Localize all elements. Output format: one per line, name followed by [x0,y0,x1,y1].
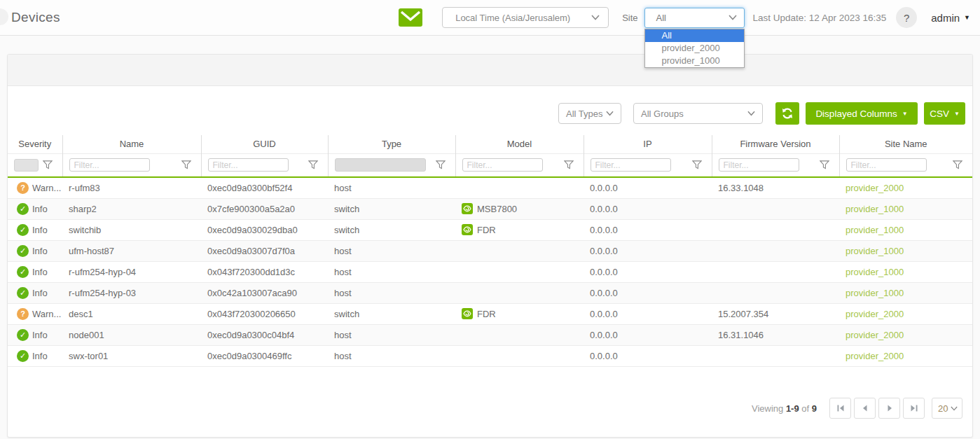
chevron-down-icon [729,15,737,20]
filter-funnel-icon[interactable] [436,160,446,169]
prev-page-icon [861,404,869,412]
model-content: MSB7800 [462,203,579,214]
pagination: Viewing 1-9 of 9 20 [752,398,962,419]
col-header-guid[interactable]: GUID [201,135,328,153]
filter-funnel-icon[interactable] [820,160,829,169]
first-page-button[interactable] [829,398,851,419]
table-row[interactable]: ✓ Info switchib 0xec0d9a030029dba0 switc… [8,219,972,240]
device-name: ufm-host87 [62,240,201,261]
device-type: host [328,345,455,366]
site-filter-input[interactable] [846,158,927,172]
device-name: r-ufm83 [62,177,201,198]
page-title: Devices [11,10,60,25]
device-table-body: ? Warn... r-ufm83 0xec0d9a0300bf52f4 hos… [8,177,972,366]
site-select[interactable]: All [644,8,745,28]
user-menu[interactable]: admin ▼ [931,12,970,24]
page-size-select[interactable]: 20 [932,398,962,419]
col-header-name[interactable]: Name [62,135,201,153]
chevron-down-icon [747,111,755,116]
device-ip: 0.0.0.0 [584,219,712,240]
device-guid: 0x043f720300dd1d3c [201,261,328,282]
timezone-select[interactable]: Local Time (Asia/Jerusalem) [442,7,609,28]
type-filter-input [335,158,426,172]
csv-button[interactable]: CSV ▼ [924,102,965,125]
table-row[interactable]: ✓ Info swx-tor01 0xec0d9a0300469ffc host… [8,345,972,366]
next-page-button[interactable] [878,398,900,419]
severity-icon: ✓ [17,266,29,278]
device-ip: 0.0.0.0 [584,240,712,261]
displayed-columns-button[interactable]: Displayed Columns ▼ [806,102,918,125]
filter-funnel-icon[interactable] [181,160,191,169]
refresh-button[interactable] [775,102,799,125]
filter-funnel-icon[interactable] [953,160,962,169]
col-header-severity[interactable]: Severity [8,135,62,153]
filter-funnel-icon[interactable] [308,160,318,169]
next-page-icon [885,404,894,412]
chevron-down-icon [606,111,614,116]
devices-card: All Types All Groups Displayed Columns ▼… [7,54,973,438]
last-page-button[interactable] [903,398,925,419]
device-name: r-ufm254-hyp-03 [62,282,201,303]
site-option[interactable]: All [645,29,744,42]
site-label: Site [622,13,637,23]
table-row[interactable]: ✓ Info r-ufm254-hyp-04 0x043f720300dd1d3… [8,261,972,282]
model-label: FDR [477,225,496,235]
device-ip: 0.0.0.0 [584,177,712,198]
severity-icon: ? [17,308,29,320]
severity-label: Info [32,225,48,235]
viewing-status: Viewing 1-9 of 9 [752,403,817,414]
group-filter-select[interactable]: All Groups [633,103,763,124]
col-header-firmware[interactable]: Firmware Version [712,135,839,153]
severity-label: Info [32,288,48,298]
device-guid: 0xec0d9a03007d7f0a [201,240,328,261]
firmware-filter-input[interactable] [719,158,799,172]
severity-icon: ? [17,182,29,194]
table-row[interactable]: ✓ Info node001 0xec0d9a0300c04bf4 host 0… [8,324,972,345]
device-fw [712,219,839,240]
device-name: r-ufm254-hyp-04 [62,261,201,282]
device-site: provider_2000 [839,303,972,324]
device-guid: 0x0c42a103007aca90 [201,282,328,303]
filter-funnel-icon[interactable] [43,160,53,169]
device-type: host [328,324,455,345]
timezone-select-value: Local Time (Asia/Jerusalem) [455,13,570,23]
severity-icon: ✓ [17,329,29,341]
site-option[interactable]: provider_2000 [645,42,744,55]
device-guid: 0xec0d9a030029dba0 [201,219,328,240]
col-header-ip[interactable]: IP [584,135,712,153]
site-select-dropdown: All provider_2000 provider_1000 [644,29,745,68]
caret-down-icon: ▼ [964,14,970,21]
table-row[interactable]: ? Warn... r-ufm83 0xec0d9a0300bf52f4 hos… [8,177,972,198]
table-row[interactable]: ✓ Info ufm-host87 0xec0d9a03007d7f0a hos… [8,240,972,261]
card-header-band [8,55,972,86]
guid-filter-input[interactable] [208,158,289,172]
col-header-model[interactable]: Model [455,135,584,153]
col-header-type[interactable]: Type [328,135,455,153]
mail-icon[interactable] [399,8,422,27]
table-header-row: Severity Name GUID Type Model IP Firmwar… [8,135,972,153]
help-button[interactable]: ? [896,7,917,28]
table-row[interactable]: ? Warn... desc1 0x043f720300206650 switc… [8,303,972,324]
model-filter-input[interactable] [462,158,543,172]
filter-funnel-icon[interactable] [692,160,702,169]
device-fw [712,345,839,366]
severity-icon: ✓ [17,245,29,257]
filter-funnel-icon[interactable] [564,160,574,169]
device-site: provider_2000 [839,177,972,198]
table-toolbar: All Types All Groups Displayed Columns ▼… [8,102,965,125]
viewing-range: 1-9 [786,403,799,414]
table-row[interactable]: ✓ Info r-ufm254-hyp-03 0x0c42a103007aca9… [8,282,972,303]
device-fw: 15.2007.354 [712,303,839,324]
ip-filter-input[interactable] [591,158,671,172]
col-header-site[interactable]: Site Name [839,135,972,153]
severity-icon: ✓ [17,224,29,236]
table-filter-row [8,153,972,177]
table-row[interactable]: ✓ Info sharp2 0x7cfe900300a5a2a0 switch … [8,198,972,219]
menu-toggle-partial[interactable] [0,8,8,25]
name-filter-input[interactable] [69,158,150,172]
site-option[interactable]: provider_1000 [645,55,744,67]
prev-page-button[interactable] [854,398,876,419]
user-name: admin [931,12,960,24]
type-filter-select[interactable]: All Types [558,103,621,124]
model-label: MSB7800 [477,204,517,214]
